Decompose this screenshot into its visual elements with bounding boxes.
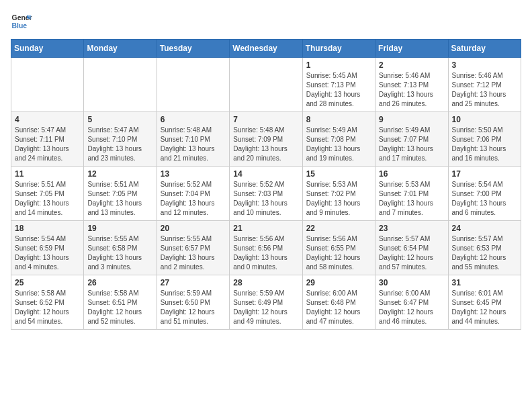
- day-info: Sunrise: 5:53 AM Sunset: 7:01 PM Dayligh…: [379, 180, 444, 218]
- day-info: Sunrise: 5:55 AM Sunset: 6:58 PM Dayligh…: [87, 234, 152, 272]
- day-info: Sunrise: 6:00 AM Sunset: 6:47 PM Dayligh…: [379, 289, 444, 326]
- calendar-cell: 5Sunrise: 5:47 AM Sunset: 7:10 PM Daylig…: [84, 112, 157, 167]
- calendar-cell: [230, 58, 302, 112]
- day-number: 14: [233, 169, 298, 179]
- calendar-cell: [84, 58, 157, 112]
- day-number: 24: [452, 224, 517, 233]
- day-number: 23: [379, 224, 444, 233]
- day-number: 30: [379, 278, 444, 287]
- calendar-cell: [157, 58, 229, 112]
- calendar-cell: 10Sunrise: 5:50 AM Sunset: 7:06 PM Dayli…: [448, 112, 521, 167]
- day-info: Sunrise: 5:57 AM Sunset: 6:54 PM Dayligh…: [379, 234, 444, 272]
- calendar-cell: 7Sunrise: 5:48 AM Sunset: 7:09 PM Daylig…: [230, 112, 302, 167]
- calendar-cell: 30Sunrise: 6:00 AM Sunset: 6:47 PM Dayli…: [375, 275, 448, 330]
- day-number: 25: [15, 278, 80, 287]
- day-info: Sunrise: 5:52 AM Sunset: 7:04 PM Dayligh…: [161, 180, 226, 218]
- day-info: Sunrise: 5:47 AM Sunset: 7:11 PM Dayligh…: [15, 126, 80, 163]
- day-info: Sunrise: 6:00 AM Sunset: 6:48 PM Dayligh…: [306, 289, 371, 326]
- day-number: 11: [15, 169, 80, 179]
- calendar-cell: 2Sunrise: 5:46 AM Sunset: 7:13 PM Daylig…: [375, 58, 448, 112]
- day-info: Sunrise: 5:45 AM Sunset: 7:13 PM Dayligh…: [306, 71, 371, 109]
- calendar-cell: 23Sunrise: 5:57 AM Sunset: 6:54 PM Dayli…: [375, 221, 448, 275]
- calendar-cell: [11, 58, 84, 112]
- day-info: Sunrise: 5:59 AM Sunset: 6:50 PM Dayligh…: [161, 289, 226, 326]
- day-number: 12: [87, 169, 152, 179]
- day-info: Sunrise: 5:56 AM Sunset: 6:56 PM Dayligh…: [233, 234, 298, 272]
- calendar-cell: 31Sunrise: 6:01 AM Sunset: 6:45 PM Dayli…: [448, 275, 521, 330]
- calendar-week-row: 1Sunrise: 5:45 AM Sunset: 7:13 PM Daylig…: [11, 58, 521, 112]
- calendar-cell: 22Sunrise: 5:56 AM Sunset: 6:55 PM Dayli…: [302, 221, 375, 275]
- day-info: Sunrise: 5:47 AM Sunset: 7:10 PM Dayligh…: [87, 126, 152, 163]
- calendar-cell: 29Sunrise: 6:00 AM Sunset: 6:48 PM Dayli…: [302, 275, 375, 330]
- calendar-cell: 4Sunrise: 5:47 AM Sunset: 7:11 PM Daylig…: [11, 112, 84, 167]
- day-info: Sunrise: 5:46 AM Sunset: 7:12 PM Dayligh…: [452, 71, 517, 109]
- day-number: 6: [161, 115, 226, 124]
- day-number: 17: [452, 169, 517, 179]
- calendar-cell: 21Sunrise: 5:56 AM Sunset: 6:56 PM Dayli…: [230, 221, 302, 275]
- calendar-cell: 26Sunrise: 5:58 AM Sunset: 6:51 PM Dayli…: [84, 275, 157, 330]
- day-header-thursday: Thursday: [302, 40, 375, 58]
- day-number: 27: [161, 278, 226, 287]
- day-info: Sunrise: 5:48 AM Sunset: 7:10 PM Dayligh…: [161, 126, 226, 163]
- calendar-week-row: 25Sunrise: 5:58 AM Sunset: 6:52 PM Dayli…: [11, 275, 521, 330]
- day-info: Sunrise: 5:59 AM Sunset: 6:49 PM Dayligh…: [233, 289, 298, 326]
- calendar-cell: 9Sunrise: 5:49 AM Sunset: 7:07 PM Daylig…: [375, 112, 448, 167]
- day-number: 10: [452, 115, 517, 124]
- day-info: Sunrise: 5:51 AM Sunset: 7:05 PM Dayligh…: [87, 180, 152, 218]
- calendar-cell: 12Sunrise: 5:51 AM Sunset: 7:05 PM Dayli…: [84, 167, 157, 221]
- day-number: 22: [306, 224, 371, 233]
- day-number: 4: [15, 115, 80, 124]
- day-number: 28: [233, 278, 298, 287]
- calendar-cell: 1Sunrise: 5:45 AM Sunset: 7:13 PM Daylig…: [302, 58, 375, 112]
- day-number: 13: [161, 169, 226, 179]
- calendar-table: SundayMondayTuesdayWednesdayThursdayFrid…: [11, 39, 521, 330]
- calendar-cell: 24Sunrise: 5:57 AM Sunset: 6:53 PM Dayli…: [448, 221, 521, 275]
- day-info: Sunrise: 5:46 AM Sunset: 7:13 PM Dayligh…: [379, 71, 444, 109]
- calendar-cell: 27Sunrise: 5:59 AM Sunset: 6:50 PM Dayli…: [157, 275, 229, 330]
- calendar-cell: 14Sunrise: 5:52 AM Sunset: 7:03 PM Dayli…: [230, 167, 302, 221]
- day-info: Sunrise: 5:53 AM Sunset: 7:02 PM Dayligh…: [306, 180, 371, 218]
- calendar-cell: 18Sunrise: 5:54 AM Sunset: 6:59 PM Dayli…: [11, 221, 84, 275]
- calendar-cell: 6Sunrise: 5:48 AM Sunset: 7:10 PM Daylig…: [157, 112, 229, 167]
- calendar-cell: 11Sunrise: 5:51 AM Sunset: 7:05 PM Dayli…: [11, 167, 84, 221]
- calendar-week-row: 4Sunrise: 5:47 AM Sunset: 7:11 PM Daylig…: [11, 112, 521, 167]
- day-number: 26: [87, 278, 152, 287]
- day-info: Sunrise: 5:55 AM Sunset: 6:57 PM Dayligh…: [161, 234, 226, 272]
- day-number: 9: [379, 115, 444, 124]
- day-number: 7: [233, 115, 298, 124]
- calendar-cell: 8Sunrise: 5:49 AM Sunset: 7:08 PM Daylig…: [302, 112, 375, 167]
- day-header-wednesday: Wednesday: [230, 40, 302, 58]
- day-info: Sunrise: 5:49 AM Sunset: 7:07 PM Dayligh…: [379, 126, 444, 163]
- day-info: Sunrise: 5:54 AM Sunset: 7:00 PM Dayligh…: [452, 180, 517, 218]
- day-info: Sunrise: 5:58 AM Sunset: 6:51 PM Dayligh…: [87, 289, 152, 326]
- calendar-cell: 15Sunrise: 5:53 AM Sunset: 7:02 PM Dayli…: [302, 167, 375, 221]
- logo: General Blue: [11, 11, 32, 32]
- day-info: Sunrise: 5:48 AM Sunset: 7:09 PM Dayligh…: [233, 126, 298, 163]
- calendar-cell: 3Sunrise: 5:46 AM Sunset: 7:12 PM Daylig…: [448, 58, 521, 112]
- day-info: Sunrise: 5:49 AM Sunset: 7:08 PM Dayligh…: [306, 126, 371, 163]
- calendar-cell: 25Sunrise: 5:58 AM Sunset: 6:52 PM Dayli…: [11, 275, 84, 330]
- day-info: Sunrise: 5:56 AM Sunset: 6:55 PM Dayligh…: [306, 234, 371, 272]
- day-number: 18: [15, 224, 80, 233]
- day-header-sunday: Sunday: [11, 40, 84, 58]
- day-info: Sunrise: 5:57 AM Sunset: 6:53 PM Dayligh…: [452, 234, 517, 272]
- calendar-week-row: 18Sunrise: 5:54 AM Sunset: 6:59 PM Dayli…: [11, 221, 521, 275]
- day-header-friday: Friday: [375, 40, 448, 58]
- day-info: Sunrise: 5:52 AM Sunset: 7:03 PM Dayligh…: [233, 180, 298, 218]
- calendar-cell: 16Sunrise: 5:53 AM Sunset: 7:01 PM Dayli…: [375, 167, 448, 221]
- day-number: 19: [87, 224, 152, 233]
- calendar-cell: 17Sunrise: 5:54 AM Sunset: 7:00 PM Dayli…: [448, 167, 521, 221]
- day-number: 2: [379, 60, 444, 70]
- day-number: 5: [87, 115, 152, 124]
- day-number: 1: [306, 60, 371, 70]
- day-number: 21: [233, 224, 298, 233]
- day-info: Sunrise: 5:58 AM Sunset: 6:52 PM Dayligh…: [15, 289, 80, 326]
- calendar-header-row: SundayMondayTuesdayWednesdayThursdayFrid…: [11, 40, 521, 58]
- day-header-saturday: Saturday: [448, 40, 521, 58]
- day-header-monday: Monday: [84, 40, 157, 58]
- day-number: 15: [306, 169, 371, 179]
- calendar-cell: 20Sunrise: 5:55 AM Sunset: 6:57 PM Dayli…: [157, 221, 229, 275]
- day-number: 31: [452, 278, 517, 287]
- day-number: 20: [161, 224, 226, 233]
- calendar-cell: 13Sunrise: 5:52 AM Sunset: 7:04 PM Dayli…: [157, 167, 229, 221]
